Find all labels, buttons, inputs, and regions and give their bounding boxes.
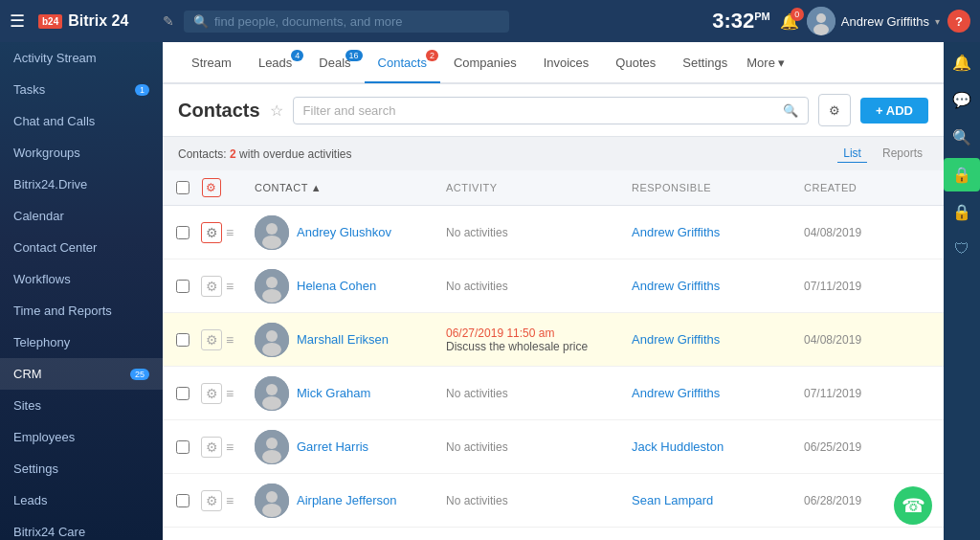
favorite-star-icon[interactable]: ☆ — [270, 101, 283, 120]
contact-avatar — [255, 323, 289, 357]
responsible-name[interactable]: Andrew Griffiths — [632, 225, 720, 239]
sub-header: Contacts: 2 with overdue activities List… — [163, 137, 944, 170]
sidebar-item-tasks[interactable]: Tasks 1 — [0, 74, 163, 105]
content-header: Contacts ☆ 🔍 ⚙ + ADD — [163, 84, 944, 137]
contact-name[interactable]: Marshall Eriksen — [297, 332, 389, 347]
row-lines-icon[interactable]: ≡ — [226, 386, 234, 401]
sidebar-item-bitrix-drive[interactable]: Bitrix24.Drive — [0, 169, 163, 200]
tab-stream[interactable]: Stream — [178, 44, 245, 81]
tasks-badge: 1 — [135, 84, 149, 96]
tab-invoices[interactable]: Invoices — [530, 44, 603, 81]
right-lock-icon[interactable]: 🔒 — [944, 195, 980, 229]
table-row: ⚙ ≡ Helena Cohen No activities Andrew Gr… — [163, 259, 944, 313]
sidebar-item-settings[interactable]: Settings — [0, 453, 163, 484]
add-contact-button[interactable]: + ADD — [860, 98, 928, 124]
right-chat-icon[interactable]: 💬 — [944, 83, 980, 117]
sidebar: Activity Stream Tasks 1 Chat and Calls W… — [0, 42, 163, 540]
reports-view-button[interactable]: Reports — [877, 145, 928, 163]
right-search-icon[interactable]: 🔍 — [944, 121, 980, 154]
row-checkbox[interactable] — [176, 333, 189, 347]
responsible-name[interactable]: Sean Lampard — [632, 493, 713, 507]
tab-quotes[interactable]: Quotes — [602, 44, 669, 81]
row-checkbox[interactable] — [176, 440, 189, 454]
row-gear-icon[interactable]: ⚙ — [201, 222, 222, 243]
settings-gear-button[interactable]: ⚙ — [818, 94, 851, 126]
row-lines-icon[interactable]: ≡ — [226, 332, 234, 348]
responsible-cell: Andrew Griffiths — [632, 225, 804, 239]
sidebar-item-activity-stream[interactable]: Activity Stream — [0, 42, 163, 74]
notification-icon[interactable]: 🔔 0 — [780, 12, 799, 31]
row-lines-cell: ≡ — [226, 493, 255, 508]
contact-name[interactable]: Helena Cohen — [297, 279, 376, 293]
search-input[interactable] — [214, 14, 500, 29]
created-date: 04/08/2019 — [804, 333, 928, 347]
right-icon-bar: 🔔 💬 🔍 🔒 🔒 🛡 — [944, 42, 980, 540]
header-checkbox-cell — [168, 181, 197, 194]
overdue-info: Contacts: 2 with overdue activities — [178, 147, 351, 161]
row-gear-icon[interactable]: ⚙ — [201, 383, 222, 404]
activity-label: No activities — [446, 440, 508, 454]
right-lock-green-icon[interactable]: 🔒 — [944, 158, 980, 191]
row-gear-cell: ⚙ — [197, 222, 226, 243]
sidebar-item-calendar[interactable]: Calendar — [0, 200, 163, 232]
table-row: ⚙ ≡ Garret Harris No activities Jack Hud… — [163, 420, 944, 474]
responsible-name[interactable]: Andrew Griffiths — [632, 279, 720, 293]
activity-cell: 06/27/2019 11:50 am Discuss the wholesal… — [446, 326, 632, 353]
responsible-name[interactable]: Andrew Griffiths — [632, 386, 720, 400]
contact-name[interactable]: Garret Harris — [297, 439, 368, 454]
select-all-checkbox[interactable] — [176, 181, 189, 194]
row-gear-icon[interactable]: ⚙ — [201, 490, 222, 511]
sidebar-item-contact-center[interactable]: Contact Center — [0, 232, 163, 263]
edit-icon[interactable]: ✎ — [163, 13, 174, 29]
svg-point-5 — [262, 236, 281, 249]
sidebar-item-telephony[interactable]: Telephony — [0, 326, 163, 358]
row-checkbox[interactable] — [176, 387, 189, 400]
row-checkbox-cell — [168, 226, 197, 239]
tab-contacts[interactable]: Contacts 2 — [365, 44, 440, 83]
header-contact[interactable]: CONTACT ▲ — [255, 182, 446, 193]
sidebar-item-employees[interactable]: Employees — [0, 421, 163, 453]
contact-name[interactable]: Andrey Glushkov — [297, 225, 391, 239]
sidebar-item-bitrix-care[interactable]: Bitrix24 Care — [0, 516, 163, 540]
row-gear-icon[interactable]: ⚙ — [201, 276, 222, 297]
tab-more[interactable]: More ▾ — [746, 56, 785, 70]
row-gear-icon[interactable]: ⚙ — [201, 437, 222, 458]
row-lines-icon[interactable]: ≡ — [226, 279, 234, 294]
row-lines-icon[interactable]: ≡ — [226, 225, 234, 240]
hamburger-menu[interactable]: ☰ — [10, 11, 25, 32]
sidebar-item-workgroups[interactable]: Workgroups — [0, 137, 163, 169]
user-info[interactable]: Andrew Griffiths ▾ — [807, 7, 940, 35]
sidebar-label: Employees — [13, 430, 75, 444]
sidebar-item-sites[interactable]: Sites — [0, 390, 163, 421]
row-lines-icon[interactable]: ≡ — [226, 493, 234, 508]
filter-search-input[interactable] — [303, 103, 778, 118]
contact-name[interactable]: Mick Graham — [297, 386, 370, 400]
list-view-button[interactable]: List — [837, 145, 867, 163]
tab-settings[interactable]: Settings — [669, 44, 741, 81]
sidebar-item-crm[interactable]: CRM 25 — [0, 358, 163, 390]
header-gear-icon[interactable]: ⚙ — [202, 178, 221, 197]
tab-leads[interactable]: Leads 4 — [245, 44, 305, 81]
row-checkbox-cell — [168, 494, 197, 507]
contact-name[interactable]: Airplane Jefferson — [297, 493, 397, 507]
row-checkbox[interactable] — [176, 280, 189, 293]
right-notifications-icon[interactable]: 🔔 — [944, 46, 980, 79]
right-shield-icon[interactable]: 🛡 — [944, 233, 980, 265]
sidebar-item-leads[interactable]: Leads — [0, 484, 163, 516]
search-icon: 🔍 — [193, 14, 209, 29]
responsible-name[interactable]: Jack Huddleston — [632, 439, 724, 454]
tab-deals[interactable]: Deals 16 — [305, 44, 364, 81]
row-lines-icon[interactable]: ≡ — [226, 439, 234, 455]
contact-cell: Garret Harris — [255, 430, 446, 464]
responsible-name[interactable]: Andrew Griffiths — [632, 332, 720, 347]
row-checkbox[interactable] — [176, 226, 189, 239]
svg-point-4 — [266, 223, 278, 235]
sidebar-item-chat-calls[interactable]: Chat and Calls — [0, 105, 163, 137]
sidebar-item-time-reports[interactable]: Time and Reports — [0, 295, 163, 326]
help-button[interactable]: ? — [947, 10, 970, 33]
row-checkbox[interactable] — [176, 494, 189, 507]
row-gear-icon[interactable]: ⚙ — [201, 329, 222, 350]
fab-button[interactable]: ☎ — [894, 486, 932, 525]
sidebar-item-workflows[interactable]: Workflows — [0, 263, 163, 295]
tab-companies[interactable]: Companies — [440, 44, 530, 81]
